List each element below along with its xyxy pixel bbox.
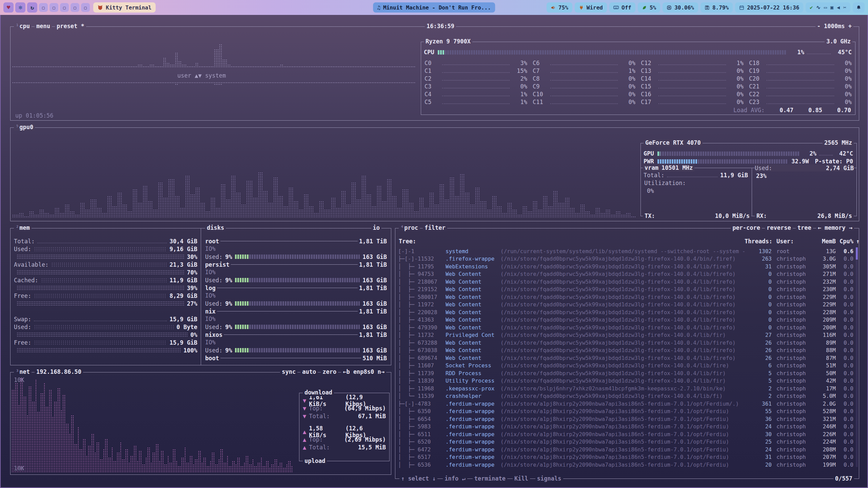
launcher-icon[interactable]: ❄ xyxy=(15,2,25,13)
process-row[interactable]: │ ├─ 11968 .keepassxc-prox (/nix/store/b… xyxy=(398,385,853,392)
process-row[interactable]: │ ├─ 6536 .ferdium-wrappe (/nix/store/a1… xyxy=(398,461,853,469)
menu-button[interactable]: menu xyxy=(35,23,52,30)
core-label: C22 xyxy=(749,91,764,98)
media-button[interactable]: ♫ Minuit Machine - Don't Run Fro... xyxy=(373,2,495,13)
header-cpu[interactable]: Cpu% xyxy=(836,238,853,245)
network-toggle[interactable]: zero xyxy=(321,368,338,375)
process-row[interactable]: │ ├─ 218067 Web Content (/nix/store/fqad… xyxy=(398,278,853,286)
sort-selector[interactable]: ← memory → xyxy=(816,224,854,231)
launcher-icon[interactable]: ▢ xyxy=(39,3,48,12)
tray-icon[interactable]: ✂ xyxy=(843,4,846,11)
process-scrollbar-thumb[interactable] xyxy=(856,247,858,260)
keyboard-module[interactable]: Off xyxy=(609,2,635,13)
process-command: (/nix/store/fqadd0bprwc5yw5k99xajbdqd1dz… xyxy=(500,301,745,308)
launcher-icon[interactable]: ▢ xyxy=(60,3,69,12)
header-threads[interactable]: Threads: xyxy=(745,238,772,245)
cpu-module[interactable]: 5% xyxy=(638,2,660,13)
volume-module[interactable]: 75% xyxy=(547,2,572,13)
per-core-toggle[interactable]: per-core xyxy=(731,224,762,231)
process-row[interactable]: │ ├─ 11732 Privileged Cont (/nix/store/f… xyxy=(398,331,853,339)
process-row[interactable]: │ ├─ 94753 Web Content (/nix/store/fqadd… xyxy=(398,270,853,278)
memory-row-graph xyxy=(34,247,167,251)
process-row[interactable]: │ ├─ 580017 Web Content (/nix/store/fqad… xyxy=(398,293,853,301)
process-row[interactable]: │ ├─ 479390 Web Content (/nix/store/fqad… xyxy=(398,324,853,331)
notifications-button[interactable] xyxy=(853,2,865,13)
process-name: Web Content xyxy=(446,355,500,361)
disk-used-pct: 9% xyxy=(225,253,232,260)
update-interval-control[interactable]: - 1000ms + xyxy=(815,23,853,30)
disk-module[interactable]: 8.79% xyxy=(701,2,733,13)
network-toggle[interactable]: auto xyxy=(300,368,318,375)
network-toggle[interactable]: sync xyxy=(280,368,297,375)
reverse-toggle[interactable]: reverse xyxy=(765,224,793,231)
core-usage: 0% xyxy=(620,83,635,90)
process-row[interactable]: │ ├─ 6517 .ferdium-wrappe (/nix/store/a1… xyxy=(398,453,853,461)
filter-button[interactable]: filter xyxy=(423,224,447,231)
process-row[interactable]: │ ├─ 6472 .ferdium-wrappe (/nix/store/a1… xyxy=(398,446,853,453)
memory-module[interactable]: 30.06% xyxy=(663,2,698,13)
process-row[interactable]: │ ├─ 11607 Socket Process (/nix/store/fq… xyxy=(398,362,853,370)
header-memory[interactable]: MemB xyxy=(811,238,836,245)
tray-icon[interactable]: ◀ xyxy=(837,4,840,11)
process-row[interactable]: │ ├─ 6350 .ferdium-wrappe (/nix/store/a1… xyxy=(398,408,853,415)
tray-icon[interactable]: ▣ xyxy=(830,4,833,11)
launcher-icon[interactable]: ▢ xyxy=(50,3,58,12)
process-scrollbar[interactable] xyxy=(856,247,858,467)
process-row[interactable]: ├─[-]-4783 .ferdium-wrappe (/nix/store/a… xyxy=(398,400,853,408)
process-row[interactable]: │ ├─ 219152 Web Content (/nix/store/fqad… xyxy=(398,286,853,293)
process-row[interactable]: │ ├─ 6654 .ferdium-wrappe (/nix/store/a1… xyxy=(398,415,853,423)
preset-button[interactable]: preset * xyxy=(55,23,86,30)
process-footer-button[interactable]: terminate xyxy=(473,475,507,482)
process-row[interactable]: │ ├─ 220028 Web Content (/nix/store/fqad… xyxy=(398,308,853,316)
upload-row: ▲ Total: 15,5 MiB xyxy=(299,443,389,451)
process-threads: 0 xyxy=(745,271,772,277)
network-toggle[interactable]: ←b enp8s0 n→ xyxy=(341,368,386,375)
launcher-icon[interactable]: ↻ xyxy=(27,2,37,13)
launcher-icon[interactable]: ▢ xyxy=(71,3,79,12)
memory-row: 39% xyxy=(11,284,201,292)
header-user[interactable]: User: xyxy=(772,238,811,245)
process-threads: 26 xyxy=(745,355,772,361)
process-footer-button[interactable]: ↑ select ↓ xyxy=(399,475,437,482)
process-row[interactable]: │ ├─ 5983 .ferdium-wrappe (/nix/store/a1… xyxy=(398,423,853,431)
tray-icon[interactable]: ∿ xyxy=(816,4,821,11)
process-row[interactable]: │ ├─ 6511 .ferdium-wrappe (/nix/store/a1… xyxy=(398,430,853,438)
launcher-icon[interactable]: ▢ xyxy=(81,3,90,12)
process-row[interactable]: │ ├─ 689674 Web Content (/nix/store/fqad… xyxy=(398,354,853,362)
process-name: Web Content xyxy=(446,294,500,300)
process-row[interactable]: │ ├─ 11839 Utility Process (/nix/store/f… xyxy=(398,377,853,385)
process-row[interactable]: │ ├─ 673038 Web Content (/nix/store/fqad… xyxy=(398,347,853,354)
net-traffic-box: download ▼ 1,61 KiB/s (12,9 Kibps) xyxy=(299,393,390,461)
process-row[interactable]: │ └─ 11539 crashhelper (/nix/store/fqadd… xyxy=(398,392,853,400)
scroll-up-indicator[interactable]: ↑ xyxy=(856,238,860,245)
tree-toggle[interactable]: tree xyxy=(796,224,813,231)
disk-name: boot xyxy=(204,355,220,362)
clock-module[interactable]: 2025-07-22 16:36 xyxy=(735,2,803,13)
process-row[interactable]: │ ├─ 11795 WebExtensions (/nix/store/fqa… xyxy=(398,263,853,270)
tray-icon[interactable]: ▭ xyxy=(824,4,827,11)
process-row[interactable]: │ ├─ 41363 Web Content (/nix/store/fqadd… xyxy=(398,316,853,324)
process-memory: 226M xyxy=(811,431,836,438)
process-tree-prefix: │ ├─ 673038 xyxy=(398,347,446,353)
tray-icon[interactable]: ✔ xyxy=(810,4,813,11)
network-module[interactable]: Wired xyxy=(575,2,607,13)
header-tree[interactable]: Tree: xyxy=(399,238,416,245)
process-row[interactable]: │ ├─ 673288 Web Content (/nix/store/fqad… xyxy=(398,339,853,347)
process-footer-button[interactable]: info ↵ xyxy=(443,475,467,482)
launcher-icon[interactable]: ♥ xyxy=(3,2,14,13)
process-row[interactable]: │ ├─ 6520 .ferdium-wrappe (/nix/store/a1… xyxy=(398,438,853,446)
process-footer-button[interactable]: Kill xyxy=(513,475,530,482)
process-user: christoph xyxy=(772,355,811,361)
cpu-total-row: CPU 1% 45°C xyxy=(424,49,852,56)
disks-io-toggle[interactable]: io xyxy=(371,224,381,231)
process-cpu: 0.0 xyxy=(836,279,853,285)
process-row[interactable]: │ ├─ 11739 RDD Process (/nix/store/fqadd… xyxy=(398,369,853,377)
process-threads: 26 xyxy=(745,347,772,353)
process-row[interactable]: [-]-1 systemd (/run/current-system/syste… xyxy=(398,247,853,255)
process-row[interactable]: │ ├─ 11972 Web Content (/nix/store/fqadd… xyxy=(398,301,853,309)
process-row[interactable]: ├─[-]-11532 .firefox-wrappe (/nix/store/… xyxy=(398,255,853,263)
terminal-button[interactable]: Kitty Terminal xyxy=(93,2,156,13)
process-footer-button[interactable]: signals xyxy=(535,475,563,482)
disk-used-value: 163 GiB xyxy=(362,253,387,260)
process-user: christoph xyxy=(772,378,811,384)
